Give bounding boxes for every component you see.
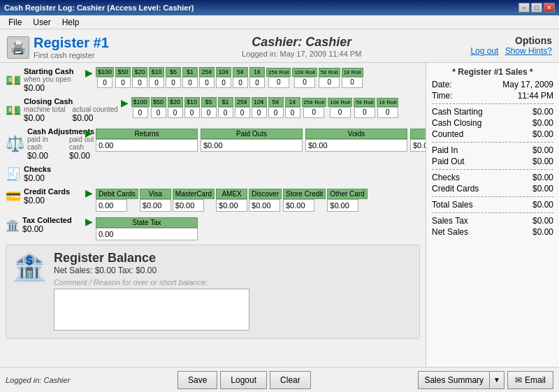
rp-time-value: 11:44 PM: [518, 91, 553, 101]
state-tax-input[interactable]: [96, 228, 198, 240]
cc-1c-input[interactable]: [285, 107, 300, 118]
register-name: Register #1: [34, 35, 109, 51]
cc-amex-input[interactable]: [216, 199, 247, 212]
show-hints-link[interactable]: Show Hints?: [505, 46, 552, 56]
balance-section: 🏦 Register Balance Net Sales: $0.00 Tax:…: [6, 245, 420, 339]
starting-cash-arrow[interactable]: ▶: [85, 67, 93, 78]
sales-summary-button[interactable]: Sales Summary ▼: [418, 371, 504, 389]
cashier-name: Cashier: Cashier: [133, 35, 470, 50]
cc-store-input[interactable]: [283, 199, 314, 212]
sc-50-label: $50: [115, 67, 131, 77]
save-button[interactable]: Save: [177, 371, 217, 389]
sc-1r-input[interactable]: [342, 77, 363, 88]
rp-cash-closing-label: Cash Closing: [432, 118, 481, 128]
cash-adj-left: ⚖️ Cash Adjustments paid in cash $0.00 p…: [6, 127, 82, 161]
sc-10r: 10¢ Roll: [292, 68, 317, 88]
cc-debit-input[interactable]: [96, 199, 127, 212]
sc-25c: 25¢: [199, 67, 215, 88]
credit-cards-arrow[interactable]: ▶: [85, 187, 93, 198]
cc-5c-input[interactable]: [268, 107, 284, 118]
sc-10c-label: 10¢: [216, 67, 231, 77]
sc-10r-input[interactable]: [294, 77, 315, 88]
sc-1c-label: 1¢: [249, 67, 265, 77]
cc-mc-input[interactable]: [173, 199, 204, 212]
cc-1r-input[interactable]: [377, 107, 398, 118]
checks-amount: $0.00: [24, 173, 73, 183]
credit-cards-amount: $0.00: [24, 196, 73, 205]
sc-25r-input[interactable]: [268, 77, 289, 88]
menu-user[interactable]: User: [27, 16, 56, 29]
sc-50-input[interactable]: [115, 77, 131, 88]
cc-discover-input[interactable]: [249, 199, 280, 212]
cc-visa-header: Visa: [140, 189, 171, 199]
sc-1c-input[interactable]: [249, 77, 265, 88]
email-label: Email: [525, 375, 546, 385]
cc-50-input[interactable]: [151, 107, 166, 118]
rp-total-sales-row: Total Sales $0.00: [432, 200, 553, 210]
cc-20-input[interactable]: [168, 107, 183, 118]
title-bar: Cash Register Log: Cashier (Access Level…: [0, 0, 559, 15]
options-links: Log out Show Hints?: [470, 46, 552, 56]
rp-checks-row: Checks $0.00: [432, 173, 553, 182]
balance-subtitle: Net Sales: $0.00 Tax: $0.00: [54, 266, 414, 275]
cc-10-input[interactable]: [184, 107, 200, 118]
cc-10c-input[interactable]: [252, 107, 267, 118]
tax-icon: 🏛️: [6, 219, 20, 232]
scale-icon: ⚖️: [6, 135, 24, 153]
chevron-down-icon[interactable]: ▼: [489, 372, 504, 389]
cc-25r-input[interactable]: [303, 107, 324, 118]
rp-cash-closing-value: $0.00: [532, 118, 553, 128]
balance-comment-label: Comment / Reason for over or short balan…: [54, 278, 414, 286]
close-button[interactable]: ✕: [544, 3, 555, 13]
sc-100-label: $100: [96, 67, 114, 77]
tax-amount: $0.00: [22, 224, 72, 234]
cc-25c-input[interactable]: [235, 107, 250, 118]
cash-icon: 💵: [6, 73, 21, 88]
closing-cash-arrow[interactable]: ▶: [121, 97, 129, 108]
sc-20-input[interactable]: [132, 77, 147, 88]
sc-25c-input[interactable]: [199, 77, 215, 88]
cc-5r-input[interactable]: [354, 107, 375, 118]
cc-visa-input[interactable]: [140, 199, 171, 212]
sc-5-input[interactable]: [166, 77, 181, 88]
adj-voids-input[interactable]: [305, 139, 407, 152]
menu-bar: File User Help: [0, 15, 559, 29]
email-button[interactable]: ✉ Email: [507, 371, 553, 389]
minimize-button[interactable]: −: [518, 3, 530, 13]
sc-10: $10: [149, 67, 164, 88]
cc-other-input[interactable]: [327, 199, 358, 212]
starting-cash-currency-row: $100 $50 $20 $10: [96, 67, 420, 88]
cc-1-input[interactable]: [218, 107, 233, 118]
rp-total-sales-value: $0.00: [532, 200, 553, 210]
adj-paidouts-input[interactable]: [201, 139, 303, 152]
closing-cash-left: 💵 Closing Cash machine total $0.00 actua…: [6, 97, 118, 123]
cc-100-input[interactable]: [133, 107, 148, 118]
sc-10c-input[interactable]: [216, 77, 231, 88]
cc-mc-header: MasterCard: [173, 189, 215, 199]
cc-5-input[interactable]: [201, 107, 217, 118]
adj-returns-input[interactable]: [96, 139, 198, 152]
credit-cards-section: 💳 Credit Cards $0.00 ▶ Debit Cards Visa: [6, 187, 420, 212]
sc-1-input[interactable]: [182, 77, 198, 88]
rp-cash-closing-row: Cash Closing $0.00: [432, 118, 553, 128]
maximize-button[interactable]: □: [531, 3, 542, 13]
menu-help[interactable]: Help: [57, 16, 85, 29]
tax-arrow[interactable]: ▶: [85, 216, 93, 227]
sc-100-input[interactable]: [97, 77, 112, 88]
clear-button[interactable]: Clear: [270, 371, 311, 389]
sc-10-input[interactable]: [149, 77, 164, 88]
logout-button[interactable]: Logout: [220, 371, 267, 389]
cc-10r-input[interactable]: [330, 107, 351, 118]
sc-5c-input[interactable]: [233, 77, 248, 88]
logout-link[interactable]: Log out: [470, 46, 498, 56]
closing-machine-label: machine total: [24, 106, 65, 113]
menu-file[interactable]: File: [3, 16, 27, 29]
cc-store-header: Store Credit: [283, 189, 326, 199]
paid-in-amount: $0.00: [27, 151, 62, 161]
balance-textarea[interactable]: [54, 289, 249, 331]
sc-5r-input[interactable]: [319, 77, 340, 88]
adj-other-input[interactable]: [410, 139, 426, 152]
rp-date-row: Date: May 17, 2009: [432, 80, 553, 89]
sc-25c-label: 25¢: [199, 67, 215, 77]
cash-adj-arrow[interactable]: ▶: [85, 127, 93, 138]
